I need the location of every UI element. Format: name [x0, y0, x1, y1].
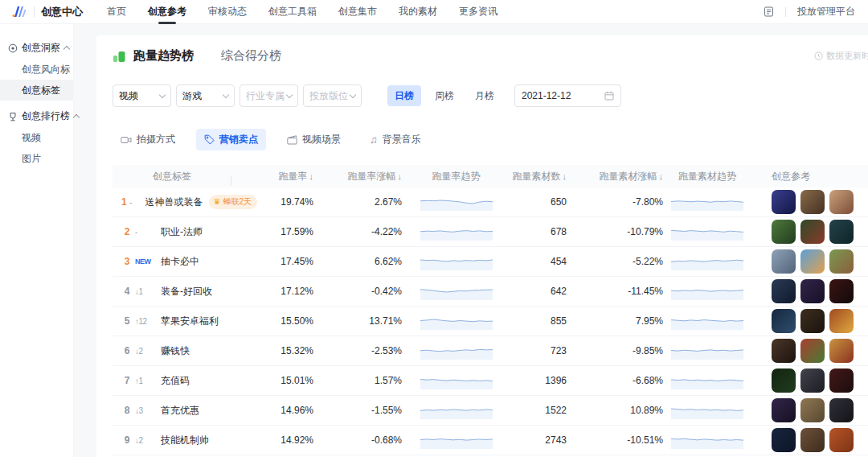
creative-thumbnail[interactable]: [772, 279, 796, 303]
rank-change: -: [129, 198, 142, 207]
filter-select[interactable]: 视频: [113, 84, 171, 107]
platform-link[interactable]: 投放管理平台: [797, 5, 855, 19]
material-trend: [663, 223, 751, 241]
creative-thumbnail[interactable]: [772, 220, 796, 244]
run-rate-trend: [402, 253, 510, 270]
sidebar-item[interactable]: 创意标签: [0, 80, 73, 101]
tag-dimension-tab[interactable]: 视频场景: [279, 129, 349, 150]
column-header[interactable]: 跑量素材数↓: [510, 170, 567, 183]
tag-dimension-tab[interactable]: 拍摄方式: [113, 129, 183, 150]
tab-overall-score[interactable]: 综合得分榜: [221, 48, 281, 64]
creative-thumbnail[interactable]: [829, 309, 854, 333]
logo[interactable]: 创意中心: [11, 5, 83, 19]
creative-thumbnail[interactable]: [800, 249, 825, 274]
creative-tag-name[interactable]: 首充优惠: [161, 404, 199, 418]
column-header[interactable]: 跑量率涨幅↓: [313, 170, 402, 183]
document-icon[interactable]: [764, 6, 774, 17]
creative-tag-name[interactable]: 职业-法师: [161, 225, 203, 239]
sidebar-section-header[interactable]: 创意排行榜: [0, 105, 73, 127]
tag-dimension-tab[interactable]: 营销卖点: [196, 129, 266, 150]
creative-thumbnail[interactable]: [800, 339, 825, 363]
creative-thumbnail[interactable]: [829, 190, 854, 214]
creative-thumbnail[interactable]: [772, 339, 796, 363]
sidebar-item[interactable]: 创意风向标: [0, 59, 73, 80]
material-count: 1522: [510, 405, 567, 416]
period-tab[interactable]: 日榜: [387, 85, 421, 106]
filter-select[interactable]: 投放版位: [303, 84, 362, 107]
run-rate-change: -0.42%: [313, 286, 402, 297]
date-picker[interactable]: 2021-12-12: [514, 84, 621, 107]
filter-select[interactable]: 游戏: [176, 84, 235, 107]
nav-item[interactable]: 创意参考: [148, 0, 186, 24]
nav-item[interactable]: 首页: [107, 0, 126, 24]
nav-item[interactable]: 创意工具箱: [268, 0, 317, 24]
period-tab[interactable]: 周榜: [428, 85, 461, 106]
creative-thumbnail[interactable]: [772, 428, 796, 452]
period-tab[interactable]: 月榜: [468, 85, 502, 106]
column-header[interactable]: 跑量素材涨幅↓: [567, 170, 663, 183]
sparkline-chart: [671, 342, 743, 360]
row-expand-chevron[interactable]: ›: [864, 375, 868, 387]
creative-thumbnail[interactable]: [800, 190, 825, 214]
creative-tag-name[interactable]: 装备-好回收: [161, 285, 212, 298]
creative-thumbnail[interactable]: [800, 428, 825, 452]
creative-thumbnail[interactable]: [772, 368, 796, 393]
creative-thumbnail[interactable]: [829, 279, 854, 303]
creative-thumbnail[interactable]: [800, 368, 825, 393]
creative-reference: [751, 249, 864, 274]
column-header[interactable]: 跑量率↓: [257, 170, 313, 183]
creative-tag-name[interactable]: 抽卡必中: [161, 255, 199, 269]
column-header: 跑量率趋势: [402, 170, 510, 183]
creative-tag-name[interactable]: 充值码: [161, 374, 190, 388]
creative-thumbnail[interactable]: [829, 368, 854, 393]
creative-thumbnail[interactable]: [800, 279, 825, 303]
row-expand-chevron[interactable]: ›: [864, 286, 868, 298]
creative-thumbnail[interactable]: [772, 309, 796, 333]
run-rate-value: 15.32%: [257, 345, 313, 356]
tab-run-rate-trend[interactable]: 跑量趋势榜: [133, 48, 194, 64]
creative-tag-name[interactable]: 技能机制帅: [161, 434, 209, 447]
nav-item[interactable]: 创意集市: [338, 0, 377, 24]
row-expand-chevron[interactable]: ›: [864, 196, 868, 208]
tag-dimension-tab[interactable]: ♫背景音乐: [362, 129, 429, 150]
creative-tag-name[interactable]: 赚钱快: [161, 344, 190, 358]
sparkline-chart: [671, 223, 743, 241]
sidebar-item[interactable]: 图片: [0, 148, 73, 169]
material-count: 855: [510, 315, 567, 327]
creative-thumbnail[interactable]: [829, 220, 854, 244]
creative-thumbnail[interactable]: [772, 190, 796, 214]
row-expand-chevron[interactable]: ›: [864, 256, 868, 268]
rank-number: 4: [121, 286, 133, 297]
run-rate-trend: [402, 431, 510, 449]
creative-tag-name[interactable]: 送神兽或装备: [145, 196, 203, 209]
nav-item[interactable]: 更多资讯: [459, 0, 497, 24]
sidebar-section-header[interactable]: 创意洞察: [0, 37, 73, 59]
row-expand-chevron[interactable]: ›: [864, 315, 868, 327]
row-expand-chevron[interactable]: ›: [864, 405, 868, 417]
filter-select[interactable]: 行业专属: [240, 84, 298, 107]
creative-thumbnail[interactable]: [800, 309, 825, 333]
row-expand-chevron[interactable]: ›: [864, 434, 868, 447]
creative-tag-name[interactable]: 苹果安卓福利: [161, 315, 219, 328]
row-expand-chevron[interactable]: ›: [864, 345, 868, 357]
content-card: 跑量趋势榜 综合得分榜 数据更新时间 视频游戏行业专属投放版位 日榜周榜月榜 2…: [96, 35, 868, 457]
run-rate-trend: [402, 193, 510, 211]
creative-thumbnail[interactable]: [800, 220, 825, 244]
creative-thumbnail[interactable]: [800, 398, 825, 422]
creative-thumbnail[interactable]: [829, 249, 854, 274]
creative-thumbnail[interactable]: [829, 428, 854, 452]
nav-item[interactable]: 审核动态: [208, 0, 247, 24]
creative-thumbnail[interactable]: [772, 249, 796, 274]
nav-item[interactable]: 我的素材: [399, 0, 437, 24]
material-trend: [663, 193, 751, 211]
creative-thumbnail[interactable]: [829, 339, 854, 363]
table-row: 9↓2技能机制帅14.92%-0.68%2743-10.51%›: [113, 426, 868, 455]
creative-thumbnail[interactable]: [772, 398, 796, 422]
top-nav-items: 首页创意参考审核动态创意工具箱创意集市我的素材更多资讯: [107, 0, 497, 24]
sidebar-item[interactable]: 视频: [0, 127, 73, 148]
sparkline-chart: [420, 342, 493, 360]
row-expand-chevron[interactable]: ›: [864, 226, 868, 238]
streak-badge: ♛蝉联2天: [209, 195, 257, 209]
creative-thumbnail[interactable]: [829, 398, 854, 422]
title-row: 跑量趋势榜 综合得分榜 数据更新时间: [113, 48, 868, 64]
